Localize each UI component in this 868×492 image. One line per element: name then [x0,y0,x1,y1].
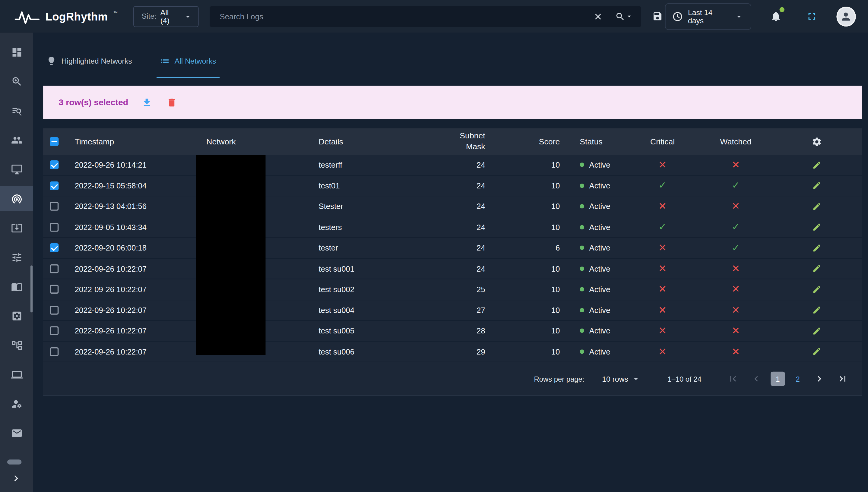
time-range-selector[interactable]: Last 14 days [665,3,751,29]
edit-row-button[interactable] [811,324,823,337]
tab-bar: Highlighted Networks All Networks [33,44,868,78]
sidebar-item-knowledge-base[interactable] [0,274,33,299]
chevron-right-icon [814,373,825,385]
edit-row-button[interactable] [811,242,823,254]
sidebar-item-networks[interactable] [0,186,33,211]
search-input[interactable] [219,11,591,21]
edit-row-button[interactable] [811,221,823,233]
details-cell: testers [308,223,432,231]
trademark: ™ [113,10,118,16]
admin-user-icon [11,398,23,410]
edit-row-button[interactable] [811,262,823,275]
tab-all-networks[interactable]: All Networks [156,44,219,78]
search-bar[interactable] [210,6,641,27]
log-search-icon [11,105,23,117]
pencil-icon [812,222,822,232]
timestamp-cell: 2022-09-26 10:22:07 [65,347,196,356]
table-body: 2022-09-26 10:14:21 testerff 24 10 Activ… [43,155,862,362]
sidebar-item-case-search[interactable] [0,69,33,94]
row-checkbox[interactable] [50,285,58,294]
watched-mark: ✓ [732,181,740,190]
delete-selected-button[interactable] [165,96,178,108]
sidebar-item-people[interactable] [0,127,33,152]
status-label: Active [589,347,610,356]
row-checkbox[interactable] [50,244,58,252]
export-selected-button[interactable] [141,96,153,108]
page-button-2[interactable]: 2 [791,372,805,386]
knowledge-book-icon [11,281,23,292]
table-row[interactable]: 2022-09-26 10:14:21 testerff 24 10 Activ… [43,155,862,176]
first-page-icon [727,373,739,385]
table-row[interactable]: 2022-09-26 10:22:07 test su006 29 10 Act… [43,342,862,362]
sidebar-item-admin-users[interactable] [0,391,33,416]
table-row[interactable]: 2022-09-26 10:22:07 test su001 24 10 Act… [43,259,862,279]
sidebar-item-laptop[interactable] [0,362,33,387]
row-checkbox[interactable] [50,202,58,211]
row-checkbox[interactable] [50,181,58,190]
site-selector[interactable]: Site: All (4) [133,6,199,27]
sidebar-item-log-search[interactable] [0,98,33,123]
subnet-cell: 24 [432,264,487,273]
next-page-button[interactable] [812,371,827,387]
status-label: Active [589,264,610,273]
user-avatar[interactable] [836,6,856,26]
search-icon [615,11,625,21]
score-cell: 10 [487,181,561,190]
sidebar-item-app-settings[interactable] [0,303,33,328]
edit-row-button[interactable] [811,345,823,358]
table-row[interactable]: 2022-09-26 10:22:07 test su005 28 10 Act… [43,321,862,342]
sidebar-item-monitor[interactable] [0,156,33,182]
tab-label: Highlighted Networks [62,57,132,65]
save-search-button[interactable] [650,9,665,24]
fullscreen-button[interactable] [804,8,820,24]
search-submit-button[interactable] [613,9,635,24]
status-dot [580,246,584,250]
first-page-button[interactable] [725,371,741,387]
status-dot [580,183,584,188]
status-cell: Active [561,347,625,356]
status-dot [580,225,584,229]
sidebar-scrollbar-thumb[interactable] [30,265,32,312]
column-settings-button[interactable] [810,135,824,149]
edit-row-button[interactable] [811,179,823,192]
previous-page-button[interactable] [749,371,764,387]
edit-row-button[interactable] [811,303,823,316]
watched-mark: ✕ [732,305,740,315]
sidebar-item-dashboard[interactable] [0,39,33,65]
select-all-checkbox[interactable] [50,137,58,146]
status-label: Active [589,306,610,315]
sidebar-item-deployment[interactable] [0,215,33,241]
row-checkbox[interactable] [50,223,58,231]
chevron-down-icon [183,11,193,21]
last-page-button[interactable] [835,371,850,387]
trash-icon [167,97,177,107]
row-checkbox[interactable] [50,326,58,335]
row-checkbox[interactable] [50,347,58,356]
row-checkbox[interactable] [50,306,58,315]
score-cell: 10 [487,306,561,315]
notifications-button[interactable] [768,8,784,24]
score-cell: 10 [487,161,561,169]
sidebar-item-mail[interactable] [0,420,33,446]
sidebar-item-tune[interactable] [0,245,33,270]
table-row[interactable]: 2022-09-15 05:58:04 test01 24 10 Active … [43,175,862,196]
table-row[interactable]: 2022-09-26 10:22:07 test su004 27 10 Act… [43,300,862,321]
sidebar-item-integrations[interactable] [0,332,33,358]
page-button-1[interactable]: 1 [771,372,785,386]
row-checkbox[interactable] [50,161,58,169]
edit-row-button[interactable] [811,158,823,171]
edit-row-button[interactable] [811,283,823,296]
row-checkbox[interactable] [50,264,58,273]
details-cell: test su006 [308,347,432,356]
site-selector-value: All (4) [161,8,179,25]
table-row[interactable]: 2022-09-20 06:00:18 tester 24 6 Active ✕… [43,238,862,259]
table-row[interactable]: 2022-09-13 04:01:56 Stester 24 10 Active… [43,196,862,217]
rows-per-page-select[interactable]: 10 rows [599,374,643,384]
time-range-value: Last 14 days [688,8,729,25]
clear-search-button[interactable] [591,9,605,24]
edit-row-button[interactable] [811,200,823,213]
table-row[interactable]: 2022-09-05 10:43:34 testers 24 10 Active… [43,217,862,238]
table-row[interactable]: 2022-09-26 10:22:07 test su002 25 10 Act… [43,279,862,300]
sidebar-expand-button[interactable] [8,470,24,487]
tab-highlighted-networks[interactable]: Highlighted Networks [43,44,136,78]
